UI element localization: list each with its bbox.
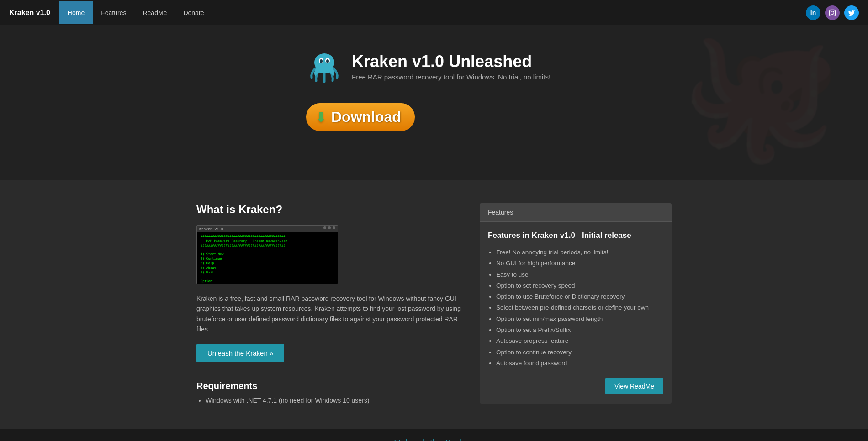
feature-item-10: Autosave found password [496, 358, 663, 369]
feature-item-2: Easy to use [496, 269, 663, 280]
terminal-dot-close [333, 226, 335, 229]
download-button[interactable]: ⬇ Download [306, 103, 415, 131]
terminal-title-bar: Kraken v1.0 [197, 226, 338, 232]
navbar: Kraken v1.0 Home Features ReadMe Donate … [0, 0, 868, 25]
nav-item-home[interactable]: Home [59, 1, 93, 24]
screenshot-image: Kraken v1.0 ############################… [196, 225, 338, 284]
feature-item-8: Autosave progress feature [496, 336, 663, 346]
svg-point-7 [326, 59, 329, 63]
hero-divider [306, 94, 562, 94]
feature-item-3: Option to set recovery speed [496, 280, 663, 291]
what-is-title: What is Kraken? [196, 203, 461, 216]
social-icons: in [806, 5, 859, 20]
terminal-content: Kraken v1.0 ############################… [197, 226, 338, 284]
right-column: Features Features in Kraken v1.0 - Initi… [480, 203, 672, 406]
linkedin-icon[interactable]: in [806, 5, 820, 20]
feature-item-7: Option to set a Prefix/Suffix [496, 325, 663, 336]
terminal-dot-max [328, 226, 331, 229]
nav-item-features[interactable]: Features [93, 1, 134, 24]
svg-point-6 [320, 59, 323, 63]
terminal-dot-min [323, 226, 326, 229]
hero-subtitle: Free RAR password recovery tool for Wind… [352, 73, 550, 81]
hero-title: Kraken v1.0 Unleashed [352, 52, 550, 71]
view-readme-button[interactable]: View ReadMe [605, 378, 663, 394]
hero-section: 🐙 Kraken v1.0 Unleas [0, 25, 868, 180]
download-arrow-icon: ⬇ [315, 110, 327, 124]
feature-item-0: Free! No annoying trial periods, no limi… [496, 247, 663, 258]
features-title: Features in Kraken v1.0 - Initial releas… [488, 231, 663, 240]
navbar-brand: Kraken v1.0 [9, 9, 50, 17]
nav-links: Home Features ReadMe Donate [59, 1, 806, 24]
feature-item-9: Option to continue recovery [496, 347, 663, 358]
features-header: Features [480, 203, 672, 222]
unleash-button[interactable]: Unleash the Kraken » [196, 344, 284, 362]
instagram-icon[interactable] [825, 5, 840, 20]
download-label: Download [331, 109, 401, 126]
requirement-item: Windows with .NET 4.7.1 (no need for Win… [206, 397, 461, 404]
hero-top: Kraken v1.0 Unleashed Free RAR password … [306, 48, 562, 84]
terminal-lines: ########################################… [201, 235, 334, 284]
nav-item-readme[interactable]: ReadMe [134, 1, 175, 24]
nav-item-donate[interactable]: Donate [175, 1, 212, 24]
footer: Unleash the Kraken [0, 429, 868, 441]
main-inner: What is Kraken? Kraken v1.0 ############… [160, 203, 708, 406]
requirements-title: Requirements [196, 381, 461, 391]
feature-item-1: No GUI for high performance [496, 258, 663, 269]
twitter-icon[interactable] [844, 5, 859, 20]
left-column: What is Kraken? Kraken v1.0 ############… [196, 203, 461, 406]
requirements-list: Windows with .NET 4.7.1 (no need for Win… [196, 397, 461, 404]
features-body: Features in Kraken v1.0 - Initial releas… [480, 222, 672, 404]
feature-item-4: Option to use Bruteforce or Dictionary r… [496, 291, 663, 302]
feature-item-5: Select between pre-defined charsets or d… [496, 302, 663, 313]
features-box: Features Features in Kraken v1.0 - Initi… [480, 203, 672, 404]
svg-point-2 [834, 10, 835, 11]
main-content: What is Kraken? Kraken v1.0 ############… [0, 180, 868, 429]
features-list: Free! No annoying trial periods, no limi… [488, 247, 663, 369]
hero-content: Kraken v1.0 Unleashed Free RAR password … [160, 48, 708, 131]
svg-point-1 [831, 11, 834, 14]
footer-unleash-text[interactable]: Unleash the Kraken [37, 438, 831, 441]
feature-item-6: Option to set min/max password length [496, 314, 663, 325]
terminal-controls [323, 226, 335, 231]
hero-text: Kraken v1.0 Unleashed Free RAR password … [352, 52, 550, 81]
kraken-logo [306, 48, 343, 84]
description-text: Kraken is a free, fast and small RAR pas… [196, 294, 461, 335]
terminal-title: Kraken v1.0 [199, 226, 223, 231]
